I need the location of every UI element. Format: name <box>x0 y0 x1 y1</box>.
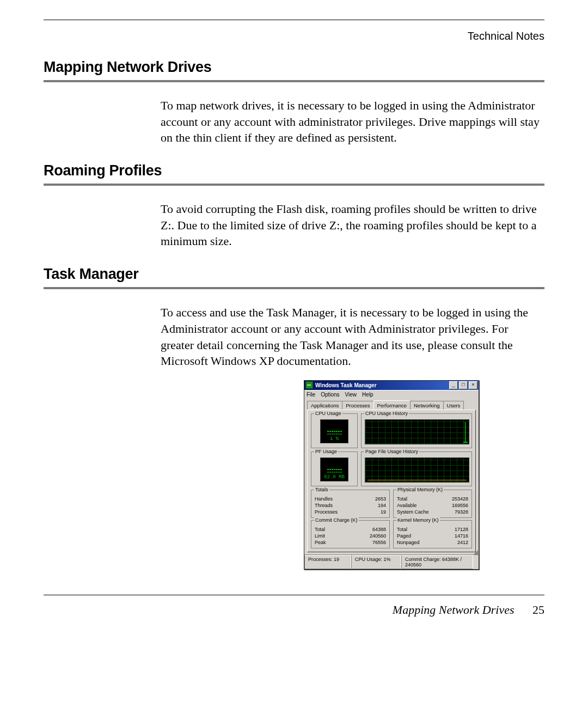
stat-key: Total <box>397 496 407 502</box>
footer: Mapping Network Drives 25 <box>44 595 544 617</box>
stat-val: 76556 <box>372 539 386 546</box>
menubar: File Options View Help <box>304 390 479 398</box>
stat-val: 79328 <box>455 509 468 515</box>
stat-key: System Cache <box>397 509 429 515</box>
page-number: 25 <box>532 603 544 617</box>
stat-key: Available <box>397 502 416 509</box>
page: Technical Notes Mapping Network Drives T… <box>0 0 588 650</box>
stat-val: 64388 <box>372 526 386 533</box>
stat-key: Peak <box>315 539 326 546</box>
footer-rule <box>44 595 544 595</box>
status-bar: Processes: 19 CPU Usage: 1% Commit Charg… <box>304 554 479 569</box>
section-rule <box>44 80 544 82</box>
group-title: Page File Usage History <box>364 449 419 454</box>
app-icon <box>305 381 313 389</box>
section-title-mapping: Mapping Network Drives <box>44 59 544 76</box>
stat-key: Total <box>315 526 325 533</box>
maximize-button[interactable]: □ <box>459 381 468 389</box>
section-body-roaming: To avoid corrupting the Flash disk, roam… <box>44 201 544 249</box>
group-totals: Totals Handles2653 Threads194 Processes1… <box>311 490 390 518</box>
group-cpu-usage: CPU Usage 1 % <box>311 413 358 448</box>
stat-val: 2412 <box>457 539 468 546</box>
cpu-usage-value: 1 % <box>330 436 339 442</box>
stat-key: Handles <box>315 496 333 502</box>
menu-help[interactable]: Help <box>362 392 373 398</box>
stat-val: 17128 <box>455 526 468 533</box>
tab-networking[interactable]: Networking <box>410 401 444 410</box>
tab-panel-performance: ↖ CPU Usage 1 % CPU Usage History <box>307 410 476 552</box>
header-rule <box>44 20 544 20</box>
pf-history-graph <box>365 457 469 483</box>
stat-val: 194 <box>378 502 386 509</box>
status-processes: Processes: 19 <box>304 555 351 569</box>
stat-key: Limit <box>315 533 325 539</box>
header-right-label: Technical Notes <box>44 30 544 42</box>
stat-val: 14716 <box>455 533 468 539</box>
section-rule <box>44 184 544 186</box>
client-area: Applications Processes Performance Netwo… <box>304 398 479 554</box>
task-manager-window: Windows Task Manager _ □ × File Options … <box>304 380 479 570</box>
pf-usage-value: 62.8 MB <box>324 474 345 480</box>
stat-key: Paged <box>397 533 411 539</box>
tab-applications[interactable]: Applications <box>307 401 342 410</box>
group-title: CPU Usage <box>314 411 342 416</box>
stat-key: Total <box>397 526 407 533</box>
group-title: PF Usage <box>314 449 338 454</box>
group-kernel-memory: Kernel Memory (K) Total17128 Paged14716 … <box>393 520 472 548</box>
tab-performance[interactable]: Performance <box>373 400 411 410</box>
status-cpu: CPU Usage: 1% <box>351 555 401 569</box>
group-title: Totals <box>314 487 329 492</box>
group-title: Kernel Memory (K) <box>396 517 440 523</box>
section-title-roaming: Roaming Profiles <box>44 162 544 179</box>
group-pf-usage: PF Usage 62.8 MB <box>311 451 358 486</box>
tab-users[interactable]: Users <box>443 401 464 410</box>
tab-processes[interactable]: Processes <box>342 401 373 410</box>
group-physical-memory: Physical Memory (K) Total253428 Availabl… <box>393 490 472 518</box>
stat-val: 2653 <box>375 496 386 502</box>
section-body-mapping: To map network drives, it is necessary t… <box>44 97 544 146</box>
close-button[interactable]: × <box>469 381 477 389</box>
status-commit: Commit Charge: 64388K / 240560 <box>401 555 473 569</box>
task-manager-figure: Windows Task Manager _ □ × File Options … <box>44 380 544 570</box>
menu-options[interactable]: Options <box>321 392 339 398</box>
stat-val: 169556 <box>452 502 468 509</box>
cpu-usage-meter: 1 % <box>320 419 348 443</box>
stat-key: Processes <box>315 509 338 515</box>
section-title-taskmgr: Task Manager <box>44 266 544 283</box>
group-pf-history: Page File Usage History <box>361 451 472 486</box>
window-title: Windows Task Manager <box>315 382 377 388</box>
stat-key: Threads <box>315 502 333 509</box>
section-rule <box>44 287 544 289</box>
group-cpu-history: CPU Usage History <box>361 413 472 448</box>
stat-val: 253428 <box>452 496 468 502</box>
tab-strip: Applications Processes Performance Netwo… <box>307 400 476 410</box>
group-title: Physical Memory (K) <box>396 487 444 492</box>
menu-file[interactable]: File <box>307 392 315 398</box>
section-body-taskmgr: To access and use the Task Manager, it i… <box>44 304 544 369</box>
menu-view[interactable]: View <box>345 392 357 398</box>
titlebar[interactable]: Windows Task Manager _ □ × <box>304 381 479 390</box>
cpu-history-graph <box>365 419 469 444</box>
stat-key: Nonpaged <box>397 539 420 546</box>
group-title: CPU Usage History <box>364 411 409 416</box>
group-title: Commit Charge (K) <box>314 517 359 523</box>
stat-val: 240560 <box>370 533 386 539</box>
footer-title: Mapping Network Drives <box>393 603 514 617</box>
pf-usage-meter: 62.8 MB <box>320 457 348 481</box>
stat-val: 19 <box>381 509 386 515</box>
group-commit-charge: Commit Charge (K) Total64388 Limit240560… <box>311 520 390 548</box>
minimize-button[interactable]: _ <box>449 381 458 389</box>
